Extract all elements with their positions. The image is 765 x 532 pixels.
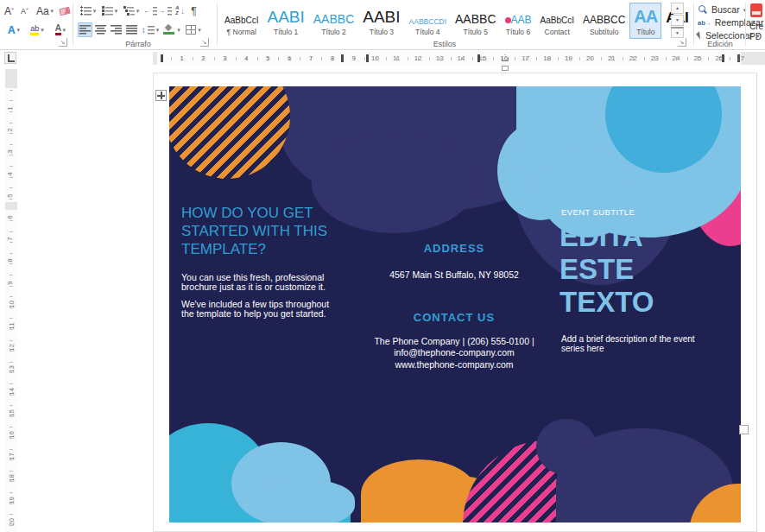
cursor-icon (696, 31, 704, 39)
ruler-number: 14 (458, 54, 465, 62)
align-left-button[interactable] (78, 22, 92, 37)
contact-line3: www.thephone-company.com (364, 359, 545, 370)
chevron-down-icon: ▾ (51, 8, 54, 14)
table-column-marker[interactable] (366, 54, 369, 62)
ruler-number: 6 (6, 215, 14, 218)
style-titulo-5[interactable]: AABBCTítulo 5 (451, 3, 500, 39)
borders-button[interactable]: ▾ (184, 22, 203, 37)
spacing-lines-icon (148, 25, 155, 35)
paragraph-dialog-launcher[interactable]: ↘ (200, 38, 209, 47)
ruler-number: 11 (393, 54, 400, 62)
decrease-indent-button[interactable]: ← (143, 3, 157, 18)
chevron-down-icon: ▾ (198, 27, 201, 33)
brochure-left-title: HOW DO YOU GET STARTED WITH THIS TEMPLAT… (181, 204, 347, 258)
clear-formatting-button[interactable] (57, 3, 72, 18)
style-normal[interactable]: AaBbCcI¶ Normal (220, 3, 262, 39)
gallery-more-button[interactable]: ▼ (671, 27, 684, 38)
tab-selector[interactable] (4, 52, 16, 64)
ruler-number: 12 (414, 54, 422, 62)
shading-button[interactable]: ▾ (161, 22, 182, 37)
ruler-number: 16 (8, 431, 16, 439)
ruler-number: 23 (651, 54, 659, 62)
styles-dialog-launcher[interactable]: ↘ (678, 38, 686, 47)
numbered-list-icon (102, 6, 113, 16)
horizontal-ruler[interactable]: 1234567891011121314151617181920212223242… (153, 52, 765, 65)
line-spacing-button[interactable]: ↕▾ (141, 22, 160, 37)
object-resize-handle[interactable] (739, 425, 749, 434)
sort-arrow-icon: ↓ (180, 7, 185, 16)
group-divider (217, 3, 218, 46)
shrink-font-button[interactable]: Aˇ (18, 3, 31, 18)
ruler-number: 10 (8, 301, 16, 308)
address-text: 4567 Main St Buffalo, NY 98052 (364, 269, 545, 281)
numbering-button[interactable]: ▾ (99, 3, 120, 18)
justify-button[interactable] (124, 22, 139, 37)
highlight-color-button[interactable]: ab▾ (26, 22, 48, 37)
chevron-down-icon: ▾ (177, 27, 180, 33)
pdf-icon (750, 3, 762, 17)
chevron-down-icon: ▾ (63, 27, 66, 33)
styles-gallery: AaBbCcI¶ Normal AABITítulo 1 AABBCTítulo… (220, 3, 669, 39)
ruler-number: 13 (8, 365, 16, 373)
ruler-number: 19 (565, 54, 572, 62)
change-case-button[interactable]: Aa▾ (34, 3, 56, 18)
style-titulo-2[interactable]: AABBCTítulo 2 (309, 3, 358, 39)
style-titulo-6[interactable]: AABTítulo 6 (501, 3, 536, 39)
pink-dot-icon (505, 17, 511, 23)
align-center-button[interactable] (93, 22, 108, 37)
table-column-marker[interactable] (341, 54, 344, 62)
ruler-number: 15 (8, 409, 16, 417)
show-marks-button[interactable]: ¶ (188, 3, 199, 18)
ruler-number: 22 (629, 54, 637, 62)
create-pdf-button[interactable]: Cre (749, 22, 763, 31)
indent-lines-icon (168, 6, 172, 16)
style-titulo-1[interactable]: AABITítulo 1 (262, 3, 308, 39)
increase-indent-button[interactable]: → (158, 3, 172, 18)
ruler-number: 17 (8, 453, 16, 460)
gallery-scroll-down-button[interactable]: ▼ (671, 15, 684, 26)
table-column-marker[interactable] (161, 54, 163, 62)
ruler-number: 12 (8, 344, 16, 352)
grow-font-button[interactable]: Aˆ (2, 3, 16, 18)
style-subtitulo[interactable]: AABBCCSubtítulo (578, 3, 629, 39)
ruler-number: 5 (6, 193, 14, 197)
style-titulo-3[interactable]: AABITítulo 3 (358, 3, 404, 39)
align-right-button[interactable] (109, 22, 123, 37)
sort-az-icon: AZ (175, 6, 179, 16)
vertical-ruler[interactable]: 1234567891011121314151617181920 (5, 69, 17, 532)
ruler-row-marker (5, 202, 17, 210)
style-titulo-4[interactable]: AABBCCDITítulo 4 (405, 3, 451, 39)
object-move-handle[interactable] (155, 90, 167, 101)
bullets-button[interactable]: ▾ (78, 3, 98, 18)
find-button[interactable]: Buscar ▾ (698, 3, 746, 16)
font-color-icon: A (55, 24, 61, 35)
multilevel-list-button[interactable]: ▾ (121, 3, 142, 18)
search-icon (698, 4, 708, 15)
group-divider (745, 3, 746, 46)
chevron-down-icon: ▾ (156, 27, 160, 33)
brochure-image[interactable]: HOW DO YOU GET STARTED WITH THIS TEMPLAT… (169, 86, 741, 522)
contact-heading: CONTACT US (376, 311, 532, 324)
font-dialog-launcher[interactable]: ↘ (59, 38, 67, 47)
event-subtitle: EVENT SUBTITLE (561, 207, 635, 217)
text-effects-button[interactable]: A▾ (3, 22, 24, 37)
ruler-number: 20 (586, 54, 594, 62)
ruler-number: 1 (6, 106, 14, 110)
ruler-number: 3 (223, 54, 226, 62)
sort-button[interactable]: AZ ↓ (173, 3, 187, 18)
gallery-scroll-up-button[interactable]: ▲ (671, 3, 684, 14)
ruler-number: 5 (266, 54, 269, 62)
style-contact[interactable]: AaBbCcIContact (536, 3, 578, 39)
font-color-button[interactable]: A▾ (50, 22, 71, 37)
text-effects-icon: A (8, 24, 16, 36)
contact-lines: The Phone Company | (206) 555-0100 | inf… (364, 336, 545, 370)
paint-bucket-icon (163, 25, 175, 35)
first-line-indent-marker[interactable] (502, 66, 509, 71)
arrow-left-icon: ← (143, 7, 150, 15)
style-titulo-selected[interactable]: AATítulo (629, 3, 661, 39)
ruler-number: 19 (8, 497, 16, 504)
ruler-number: 4 (6, 172, 14, 175)
ruler-number: 8 (331, 54, 334, 62)
ruler-margin-zone (153, 52, 157, 65)
bullet-list-icon (80, 6, 92, 16)
